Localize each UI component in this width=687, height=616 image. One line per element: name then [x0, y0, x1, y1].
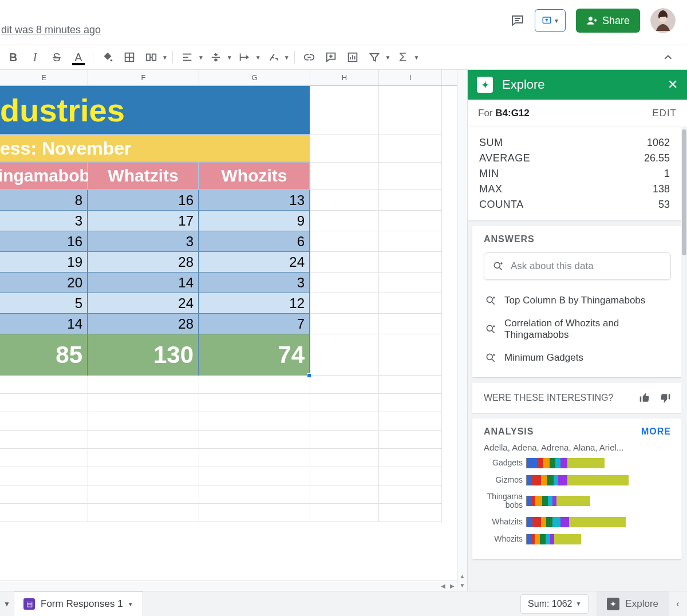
thumbs-down-icon[interactable] [660, 392, 671, 404]
cell[interactable] [310, 211, 379, 231]
total-cell[interactable]: 85 [0, 334, 88, 376]
insert-comment-button[interactable] [321, 48, 341, 67]
cell[interactable] [0, 431, 88, 449]
italic-button[interactable]: I [25, 48, 45, 67]
cell[interactable] [88, 504, 199, 522]
cell[interactable] [379, 334, 442, 376]
cell[interactable]: 7 [199, 314, 310, 334]
cell[interactable] [0, 485, 88, 504]
cell[interactable]: 6 [199, 231, 310, 252]
comment-history-icon[interactable] [511, 14, 524, 27]
suggestion-item[interactable]: Correlation of Whozits and Thingamabobs [484, 312, 671, 346]
cell[interactable] [88, 449, 199, 467]
column-header[interactable]: G [199, 70, 310, 85]
cell[interactable] [379, 190, 442, 211]
suggestion-item[interactable]: Minimum Gadgets [484, 346, 671, 369]
analysis-chart[interactable]: GadgetsGizmosThingamabobsWhatzitsWhozits [484, 458, 671, 544]
cell[interactable] [310, 412, 379, 431]
cell[interactable] [88, 376, 199, 394]
cell[interactable] [88, 394, 199, 412]
explore-button[interactable]: ✦ Explore [597, 591, 669, 617]
fill-color-button[interactable] [98, 48, 117, 67]
cell[interactable] [310, 394, 379, 412]
cell[interactable]: 3 [0, 211, 88, 231]
cell[interactable] [88, 467, 199, 485]
column-header[interactable]: F [88, 70, 199, 85]
cell[interactable] [379, 252, 442, 273]
cell[interactable] [379, 231, 442, 252]
cell[interactable]: 3 [88, 231, 199, 252]
ask-input[interactable]: Ask about this data [484, 252, 671, 280]
cell[interactable] [379, 293, 442, 314]
text-rotation-button[interactable] [263, 48, 283, 67]
cell[interactable] [379, 376, 442, 394]
chevron-down-icon[interactable]: ▼ [255, 54, 261, 61]
cell[interactable]: 24 [199, 252, 310, 273]
column-header[interactable]: I [379, 70, 442, 85]
cell[interactable]: 16 [0, 231, 88, 252]
cell[interactable] [88, 412, 199, 431]
cell[interactable]: 14 [0, 314, 88, 334]
sheet-title[interactable]: dustries [0, 86, 310, 135]
chevron-down-icon[interactable]: ▼ [128, 601, 133, 607]
cell[interactable] [310, 504, 379, 522]
cell[interactable]: 28 [88, 314, 199, 334]
filter-button[interactable] [365, 48, 384, 67]
cell[interactable]: 24 [88, 293, 199, 314]
cell[interactable] [379, 211, 442, 231]
cell[interactable]: 12 [199, 293, 310, 314]
column-header[interactable]: H [310, 70, 379, 85]
cell[interactable] [310, 86, 379, 135]
thumbs-up-icon[interactable] [639, 392, 650, 404]
cell[interactable] [379, 163, 442, 190]
cell[interactable] [379, 485, 442, 504]
cell[interactable]: 5 [0, 293, 88, 314]
merge-cells-button[interactable] [141, 48, 161, 67]
collapse-toolbar-button[interactable] [658, 48, 678, 67]
cell[interactable] [379, 449, 442, 467]
cell[interactable] [310, 467, 379, 485]
cell[interactable] [379, 467, 442, 485]
cell[interactable] [310, 293, 379, 314]
present-button[interactable]: ▼ [535, 9, 566, 32]
cell[interactable] [379, 86, 442, 135]
cell[interactable] [199, 412, 310, 431]
column-header[interactable]: E [0, 70, 88, 85]
cell[interactable] [310, 190, 379, 211]
suggestion-item[interactable]: Top Column B by Thingamabobs [484, 289, 671, 312]
sheet-subtitle[interactable]: ess: November [0, 135, 310, 163]
cell[interactable] [379, 412, 442, 431]
panel-scrollbar-thumb[interactable] [682, 129, 686, 255]
insert-chart-button[interactable] [343, 48, 362, 67]
functions-button[interactable]: Σ [393, 48, 412, 67]
chevron-down-icon[interactable]: ▼ [162, 54, 168, 61]
hide-side-panel-button[interactable]: ‹ [669, 599, 687, 609]
cell[interactable] [310, 485, 379, 504]
cell[interactable]: 16 [88, 190, 199, 211]
cell[interactable]: 19 [0, 252, 88, 273]
chevron-down-icon[interactable]: ▼ [284, 54, 290, 61]
horizontal-align-button[interactable] [177, 48, 197, 67]
edit-range-button[interactable]: EDIT [652, 108, 677, 119]
horizontal-scrollbar[interactable]: ◀▶ [0, 581, 457, 591]
cell[interactable] [88, 431, 199, 449]
tab-menu-icon[interactable]: ▼ [0, 600, 14, 608]
sheet-tab[interactable]: ▤ Form Responses 1 ▼ [14, 591, 143, 617]
cell[interactable] [310, 449, 379, 467]
cell[interactable] [379, 394, 442, 412]
cell[interactable] [0, 394, 88, 412]
cell[interactable] [379, 431, 442, 449]
cell[interactable]: 28 [88, 252, 199, 273]
vertical-align-button[interactable] [206, 48, 226, 67]
close-icon[interactable]: ✕ [668, 77, 678, 92]
cell[interactable] [310, 334, 379, 376]
cell[interactable] [0, 504, 88, 522]
cell[interactable]: 17 [88, 211, 199, 231]
cell[interactable]: 14 [88, 273, 199, 293]
cell[interactable] [310, 314, 379, 334]
cell[interactable] [310, 231, 379, 252]
cell[interactable] [0, 412, 88, 431]
cell[interactable] [199, 449, 310, 467]
cell[interactable] [199, 485, 310, 504]
more-link[interactable]: MORE [641, 427, 671, 437]
